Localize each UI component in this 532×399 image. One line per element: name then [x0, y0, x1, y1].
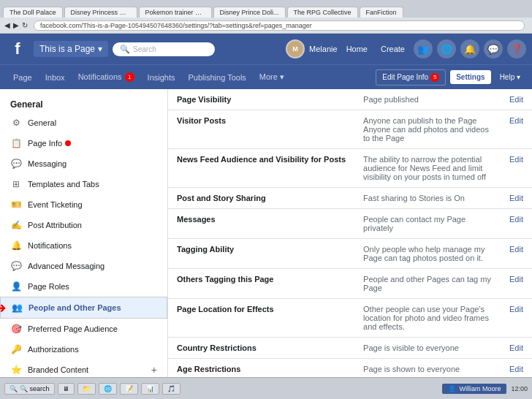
address-bar[interactable]: facebook.com/This-is-a-Page-105494507648… [34, 20, 525, 31]
sidebar-item-wrapper-people: ➜ 👥 People and Other Pages [0, 297, 167, 319]
advanced-messaging-icon: 💬 [10, 260, 22, 272]
tab-pokemon[interactable]: Pokemon trainer Cr... [139, 7, 212, 18]
settings-row: Country Restrictions Page is visible to … [168, 338, 532, 359]
sidebar-item-notifications[interactable]: 🔔 Notifications [0, 235, 167, 256]
setting-label: Others Tagging this Page [168, 269, 354, 299]
settings-row: Page Location for Effects Other people c… [168, 299, 532, 338]
messaging-icon: 💬 [10, 158, 22, 170]
taskbar-icon5[interactable]: 📊 [141, 383, 159, 395]
setting-value: Fast sharing to Stories is On [354, 188, 501, 209]
taskbar: 🔍 🔍 search 🖥 📁 🌐 📝 📊 🎵 👤 William Moore 1… [0, 377, 532, 399]
subnav-insights[interactable]: Insights [142, 69, 181, 86]
sidebar-item-event-ticketing[interactable]: 🎫 Event Ticketing [0, 194, 167, 215]
sidebar-item-messaging[interactable]: 💬 Messaging [0, 153, 167, 174]
page-name-button[interactable]: This is a Page ▾ [34, 41, 108, 57]
help-button[interactable]: Help ▾ [495, 70, 525, 84]
friends-icon[interactable]: 👥 [414, 39, 433, 58]
authorizations-icon: 🔑 [10, 343, 22, 355]
subnav-inbox[interactable]: Inbox [39, 69, 71, 86]
sidebar-item-people-other-pages[interactable]: 👥 People and Other Pages [0, 297, 167, 319]
settings-button[interactable]: Settings [450, 70, 490, 84]
edit-button[interactable]: Edit [501, 338, 532, 359]
taskbar-right: 👤 William Moore 12:00 [442, 384, 528, 394]
taskbar-icon4[interactable]: 📝 [120, 383, 138, 395]
subnav-right: Edit Page Info 5 Settings Help ▾ [376, 69, 525, 86]
william-moore-item[interactable]: 👤 William Moore [442, 384, 506, 394]
create-link[interactable]: Create [376, 42, 409, 56]
edit-button[interactable]: Edit [501, 239, 532, 269]
back-icon[interactable]: ◀ [4, 21, 10, 29]
setting-value: Anyone can publish to the PageAnyone can… [354, 110, 501, 149]
user-name: Melanie [309, 45, 338, 53]
search-icon: 🔍 [10, 385, 18, 392]
taskbar-icon6[interactable]: 🎵 [162, 383, 180, 395]
tab-disney-princess[interactable]: Disney Princess Dol... [64, 7, 137, 18]
sidebar-item-advanced-messaging[interactable]: 💬 Advanced Messaging [0, 256, 167, 276]
tab-doll-palace[interactable]: The Doll Palace [3, 7, 63, 18]
setting-label: News Feed Audience and Visibility for Po… [168, 149, 354, 188]
sidebar-item-post-attribution[interactable]: ✍ Post Attribution [0, 215, 167, 235]
taskbar-icon1[interactable]: 🖥 [58, 383, 75, 395]
branded-content-plus[interactable]: + [151, 364, 157, 376]
general-icon: ⚙ [10, 117, 22, 129]
sidebar-item-page-info[interactable]: 📋 Page Info [0, 133, 167, 153]
user-icon: 👤 [448, 385, 456, 392]
notifications-icon: 🔔 [10, 240, 22, 251]
edit-button[interactable]: Edit [501, 269, 532, 299]
home-link[interactable]: Home [342, 42, 372, 56]
browser-bar: ◀ ▶ ↻ facebook.com/This-is-a-Page-105494… [0, 18, 532, 34]
messenger-icon[interactable]: 💬 [484, 39, 503, 58]
sidebar-item-preferred-audience[interactable]: 🎯 Preferred Page Audience [0, 319, 167, 339]
subnav-more[interactable]: More ▾ [254, 68, 290, 86]
settings-row: Others Tagging this Page People and othe… [168, 269, 532, 299]
edit-button[interactable]: Edit [501, 188, 532, 209]
settings-row: Messages People can contact my Page priv… [168, 209, 532, 239]
tab-rpg[interactable]: The RPG Collective [287, 7, 358, 18]
tab-fanfiction[interactable]: FanFiction [360, 7, 403, 18]
bell-icon[interactable]: 🔔 [460, 39, 479, 58]
setting-label: Post and Story Sharing [168, 188, 354, 209]
sidebar-item-page-roles[interactable]: 👤 Page Roles [0, 276, 167, 297]
sidebar-section-title: General [0, 95, 167, 113]
topnav-right: M Melanie Home Create 👥 🌐 🔔 💬 ❓ [286, 39, 526, 58]
taskbar-icon2[interactable]: 📁 [77, 383, 96, 395]
search-bar[interactable]: 🔍 Search [113, 42, 215, 56]
setting-value: Page published [354, 89, 501, 110]
taskbar-icon3[interactable]: 🌐 [99, 383, 117, 395]
subnav-page[interactable]: Page [7, 69, 38, 86]
sidebar-item-templates[interactable]: ⊞ Templates and Tabs [0, 174, 167, 194]
subnav-publishing-tools[interactable]: Publishing Tools [183, 69, 252, 86]
page-roles-icon: 👤 [10, 281, 22, 292]
settings-sidebar: General ⚙ General 📋 Page Info 💬 Messagin… [0, 89, 168, 399]
edit-button[interactable]: Edit [501, 110, 532, 149]
user-avatar[interactable]: M [286, 39, 305, 58]
settings-row: Post and Story Sharing Fast sharing to S… [168, 188, 532, 209]
globe-icon[interactable]: 🌐 [437, 39, 456, 58]
edit-button[interactable]: Edit [501, 209, 532, 239]
settings-row: Page Visibility Page published Edit [168, 89, 532, 110]
setting-label: Messages [168, 209, 354, 239]
question-icon[interactable]: ❓ [507, 39, 526, 58]
tab-disney-prince[interactable]: Disney Prince Doli... [213, 7, 286, 18]
page-subnav: Page Inbox Notifications 1 Insights Publ… [0, 64, 532, 89]
forward-icon[interactable]: ▶ [13, 21, 19, 29]
sidebar-item-authorizations[interactable]: 🔑 Authorizations [0, 339, 167, 360]
edit-button[interactable]: Edit [501, 149, 532, 188]
search-placeholder: Search [133, 45, 156, 53]
templates-icon: ⊞ [10, 178, 22, 190]
settings-row: Tagging Ability Only people who help man… [168, 239, 532, 269]
sidebar-item-general[interactable]: ⚙ General [0, 113, 167, 133]
main-content: General ⚙ General 📋 Page Info 💬 Messagin… [0, 89, 532, 399]
taskbar-clock: 12:00 [511, 385, 528, 392]
setting-value: Only people who help manage my Page can … [354, 239, 501, 269]
facebook-topnav: f This is a Page ▾ 🔍 Search M Melanie Ho… [0, 34, 532, 64]
setting-value: People can contact my Page privately [354, 209, 501, 239]
refresh-icon[interactable]: ↻ [22, 21, 28, 29]
subnav-notifications[interactable]: Notifications 1 [72, 68, 140, 86]
setting-value: People and other Pages can tag my Page [354, 269, 501, 299]
edit-button[interactable]: Edit [501, 89, 532, 110]
taskbar-search[interactable]: 🔍 🔍 search [4, 383, 55, 395]
edit-page-info-button[interactable]: Edit Page Info 5 [376, 69, 446, 86]
setting-value: Other people can use your Page's locatio… [354, 299, 501, 338]
edit-button[interactable]: Edit [501, 299, 532, 338]
